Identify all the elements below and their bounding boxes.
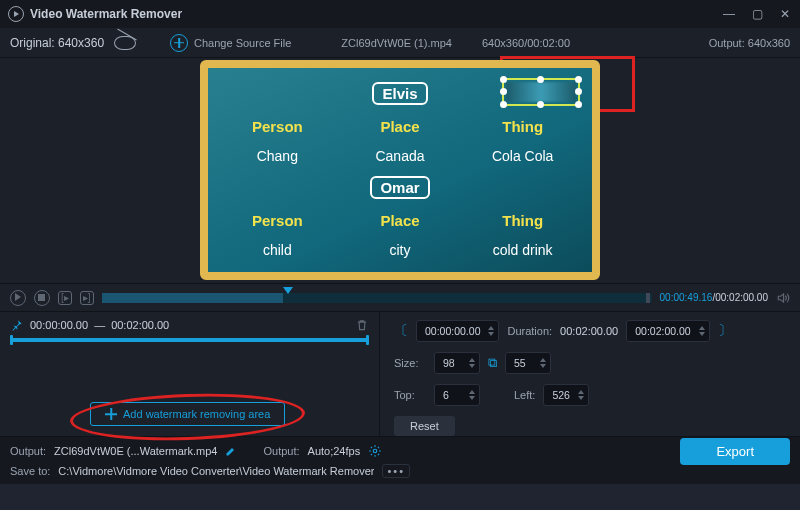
seek-handle[interactable]: [283, 287, 293, 294]
svg-point-0: [373, 449, 377, 453]
pin-icon: [10, 318, 24, 332]
top-label: Top:: [394, 389, 426, 401]
resize-handle-mr[interactable]: [575, 88, 582, 95]
titlebar: Video Watermark Remover — ▢ ✕: [0, 0, 800, 28]
preview-hdr-place-1: Place: [380, 118, 419, 135]
resize-handle-ml[interactable]: [500, 88, 507, 95]
size-label: Size:: [394, 357, 426, 369]
current-time: 00:00:49.16: [660, 292, 713, 303]
segments-panel: 00:00:00.00 — 00:02:00.00 Add watermark …: [0, 312, 380, 436]
bottom-bar: Output: ZCl69dVtW0E (...Watermark.mp4 Ou…: [0, 436, 800, 484]
preview-name-2: Omar: [370, 176, 429, 199]
preview-cell: child: [263, 242, 292, 258]
output-file-name: ZCl69dVtW0E (...Watermark.mp4: [54, 445, 217, 457]
segment-range-bar[interactable]: [10, 338, 369, 342]
visibility-off-icon[interactable]: [114, 36, 136, 50]
preview-name-1: Elvis: [372, 82, 427, 105]
output-format-label: Output:: [263, 445, 299, 457]
preview-hdr-person-1: Person: [252, 118, 303, 135]
segment-sep: —: [94, 319, 105, 331]
preview-hdr-thing-2: Thing: [502, 212, 543, 229]
maximize-button[interactable]: ▢: [750, 7, 764, 21]
resize-handle-bc[interactable]: [537, 101, 544, 108]
time-display: 00:00:49.16/00:02:00.00: [660, 292, 768, 303]
edit-filename-icon[interactable]: [225, 445, 237, 457]
link-aspect-icon[interactable]: ⧉: [488, 355, 497, 371]
bracket-in-icon[interactable]: 〔: [394, 322, 408, 340]
segment-row[interactable]: 00:00:00.00 — 00:02:00.00: [10, 318, 369, 332]
width-input[interactable]: 98: [434, 352, 480, 374]
change-source-label: Change Source File: [194, 37, 291, 49]
save-to-label: Save to:: [10, 465, 50, 477]
set-out-button[interactable]: ▸]: [80, 291, 94, 305]
watermark-blur-region: [506, 82, 576, 102]
segment-start: 00:00:00.00: [30, 319, 88, 331]
change-source-button[interactable]: Change Source File: [170, 34, 291, 52]
seek-bar[interactable]: [102, 293, 652, 303]
set-in-button[interactable]: [▸: [58, 291, 72, 305]
source-filename: ZCl69dVtW0E (1).mp4: [341, 37, 452, 49]
export-button[interactable]: Export: [680, 438, 790, 465]
start-time-input[interactable]: 00:00:00.00: [416, 320, 499, 342]
output-dimensions: Output: 640x360: [709, 37, 790, 49]
preview-cell: Cola Cola: [492, 148, 553, 164]
seek-end-marker[interactable]: [646, 293, 650, 303]
preview-hdr-thing-1: Thing: [502, 118, 543, 135]
reset-button[interactable]: Reset: [394, 416, 455, 436]
bracket-out-icon[interactable]: 〕: [718, 322, 732, 340]
resize-handle-bl[interactable]: [500, 101, 507, 108]
stop-button[interactable]: [34, 290, 50, 306]
seek-progress: [102, 293, 284, 303]
output-settings-icon[interactable]: [368, 444, 382, 458]
resize-handle-tl[interactable]: [500, 76, 507, 83]
app-title: Video Watermark Remover: [30, 7, 182, 21]
original-dimensions: Original: 640x360: [10, 36, 104, 50]
plus-circle-icon: [170, 34, 188, 52]
app-logo-icon: [8, 6, 24, 22]
play-button[interactable]: [10, 290, 26, 306]
editor-panels: 00:00:00.00 — 00:02:00.00 Add watermark …: [0, 311, 800, 436]
resize-handle-br[interactable]: [575, 101, 582, 108]
watermark-selection-box[interactable]: [502, 78, 580, 106]
preview-area: Elvis Person Place Thing Chang Canada Co…: [0, 58, 800, 283]
resize-handle-tr[interactable]: [575, 76, 582, 83]
trash-icon[interactable]: [355, 318, 369, 332]
browse-save-path-button[interactable]: •••: [382, 464, 410, 478]
preview-hdr-place-2: Place: [380, 212, 419, 229]
volume-icon[interactable]: [776, 291, 790, 305]
transport-bar: [▸ ▸] 00:00:49.16/00:02:00.00: [0, 283, 800, 311]
top-info-bar: Original: 640x360 Change Source File ZCl…: [0, 28, 800, 58]
left-label: Left:: [514, 389, 535, 401]
height-input[interactable]: 55: [505, 352, 551, 374]
resize-handle-tc[interactable]: [537, 76, 544, 83]
output-format-value: Auto;24fps: [308, 445, 361, 457]
top-input[interactable]: 6: [434, 384, 480, 406]
preview-cell: city: [389, 242, 410, 258]
preview-cell: cold drink: [493, 242, 553, 258]
preview-cell: Chang: [257, 148, 298, 164]
close-button[interactable]: ✕: [778, 7, 792, 21]
output-file-label: Output:: [10, 445, 46, 457]
minimize-button[interactable]: —: [722, 7, 736, 21]
preview-hdr-person-2: Person: [252, 212, 303, 229]
duration-label: Duration:: [507, 325, 552, 337]
video-preview[interactable]: Elvis Person Place Thing Chang Canada Co…: [200, 60, 600, 280]
preview-cell: Canada: [375, 148, 424, 164]
save-to-path: C:\Vidmore\Vidmore Video Converter\Video…: [58, 465, 374, 477]
end-time-input[interactable]: 00:02:00.00: [626, 320, 709, 342]
total-time: /00:02:00.00: [712, 292, 768, 303]
annotation-red-ellipse: [69, 390, 305, 444]
segment-end: 00:02:00.00: [111, 319, 169, 331]
left-input[interactable]: 526: [543, 384, 589, 406]
source-dimensions-duration: 640x360/00:02:00: [482, 37, 570, 49]
properties-panel: 〔 00:00:00.00 Duration:00:02:00.00 00:02…: [380, 312, 800, 436]
duration-value: 00:02:00.00: [560, 325, 618, 337]
